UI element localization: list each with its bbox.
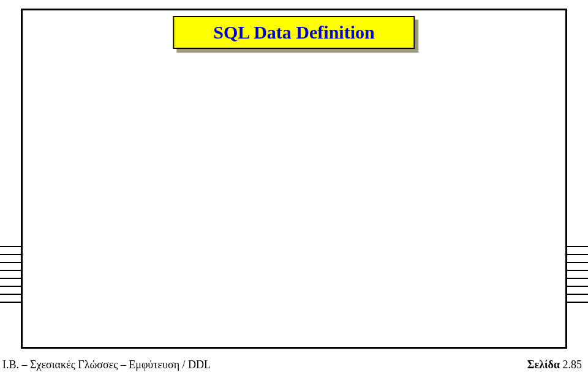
left-decor-lines [0,246,21,310]
footer: Ι.Β. – Σχεσιακές Γλώσσες – Εμφύτευση / D… [2,358,582,371]
slide-frame [21,9,567,349]
slide-title: SQL Data Definition [213,22,374,43]
footer-left: Ι.Β. – Σχεσιακές Γλώσσες – Εμφύτευση / D… [2,358,211,371]
slide: SQL Data Definition Η Γλώσσα Ορισμού (DD… [0,0,588,375]
footer-right: Σελίδα 2.85 [527,358,582,371]
right-decor-lines [567,246,588,310]
title-box: SQL Data Definition [173,16,415,49]
